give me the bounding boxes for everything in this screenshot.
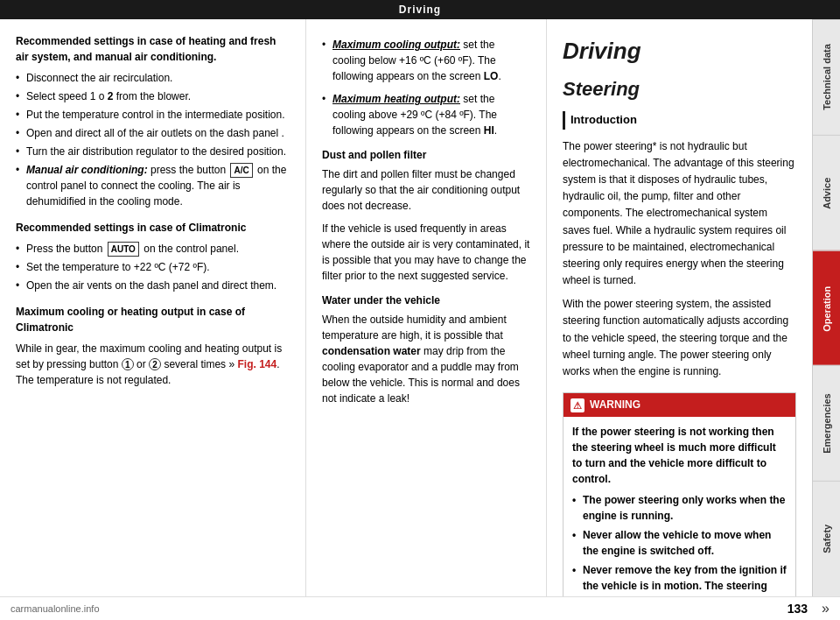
bullets-climatronic: Press the button AUTO on the control pan…: [16, 241, 290, 293]
top-bar: Driving: [0, 0, 840, 19]
para-max-output: While in gear, the maximum cooling and h…: [16, 341, 290, 388]
bullet-item: Disconnect the air recirculation.: [16, 70, 290, 86]
website-footer: carmanualonline.info: [10, 603, 100, 614]
warning-content: If the power steering is not working the…: [564, 417, 795, 596]
bullet-item: Maximum cooling output: set the cooling …: [322, 37, 530, 84]
right-column: Driving Steering Introduction The power …: [547, 19, 812, 596]
left-column: Recommended settings in case of heating …: [0, 19, 306, 596]
steering-title: Steering: [563, 74, 796, 104]
warning-bullet-item: Never remove the key from the ignition i…: [572, 562, 787, 596]
bullet-item: Open the air vents on the dash panel and…: [16, 278, 290, 293]
bullet-item: Put the temperature control in the inter…: [16, 107, 290, 123]
heading-climatronic: Recommended settings in case of Climatro…: [16, 220, 290, 236]
warning-title: WARNING: [590, 397, 640, 413]
bullets-cooling: Maximum cooling output: set the cooling …: [322, 37, 530, 138]
intro-bar: Introduction: [563, 111, 796, 130]
driving-title: Driving: [563, 33, 796, 70]
heading-heating: Recommended settings in case of heating …: [16, 33, 290, 65]
bullet-item: Maximum heating output: set the cooling …: [322, 91, 530, 138]
page-number: 133: [788, 602, 808, 616]
next-page-icon[interactable]: »: [822, 601, 830, 616]
warning-main-text: If the power steering is not working the…: [572, 424, 787, 487]
bullet-item: Manual air conditioning: press the butto…: [16, 162, 290, 209]
bullet-item: Set the temperature to +22 ºC (+72 ºF).: [16, 259, 290, 275]
intro-label: Introduction: [570, 113, 637, 126]
heading-max-output: Maximum cooling or heating output in cas…: [16, 304, 290, 335]
warning-header: ⚠ WARNING: [564, 393, 795, 417]
warning-box: ⚠ WARNING If the power steering is not w…: [563, 392, 796, 596]
tab-emergencies[interactable]: Emergencies: [813, 365, 840, 481]
bullet-item: Select speed 1 o 2 from the blower.: [16, 88, 290, 104]
side-tabs: Technical data Advice Operation Emergenc…: [812, 19, 840, 596]
warning-bullets: The power steering only works when the e…: [572, 492, 787, 596]
para-water: When the outside humidity and ambient te…: [322, 312, 530, 406]
tab-safety[interactable]: Safety: [813, 481, 840, 596]
para-dust2: If the vehicle is used frequently in are…: [322, 221, 530, 284]
middle-column: Maximum cooling output: set the cooling …: [306, 19, 547, 596]
bullets-heating: Disconnect the air recirculation. Select…: [16, 70, 290, 209]
tab-technical-data[interactable]: Technical data: [813, 19, 840, 135]
heading-water: Water under the vehicle: [322, 292, 530, 308]
para-steering2: With the power steering system, the assi…: [563, 296, 796, 380]
bullet-item: Press the button AUTO on the control pan…: [16, 241, 290, 257]
bullet-item: Turn the air distribution regulator to t…: [16, 144, 290, 159]
para-dust1: The dirt and pollen filter must be chang…: [322, 166, 530, 214]
heading-dust: Dust and pollen filter: [322, 147, 530, 163]
top-bar-label: Driving: [399, 4, 441, 16]
warning-bullet-item: Never allow the vehicle to move when the…: [572, 527, 787, 559]
tab-advice[interactable]: Advice: [813, 135, 840, 250]
tab-operation[interactable]: Operation: [813, 250, 840, 366]
para-steering1: The power steering* is not hydraulic but…: [563, 138, 796, 290]
warning-bullet-item: The power steering only works when the e…: [572, 492, 787, 524]
warning-icon: ⚠: [570, 398, 584, 412]
bullet-item: Open and direct all of the air outlets o…: [16, 125, 290, 141]
